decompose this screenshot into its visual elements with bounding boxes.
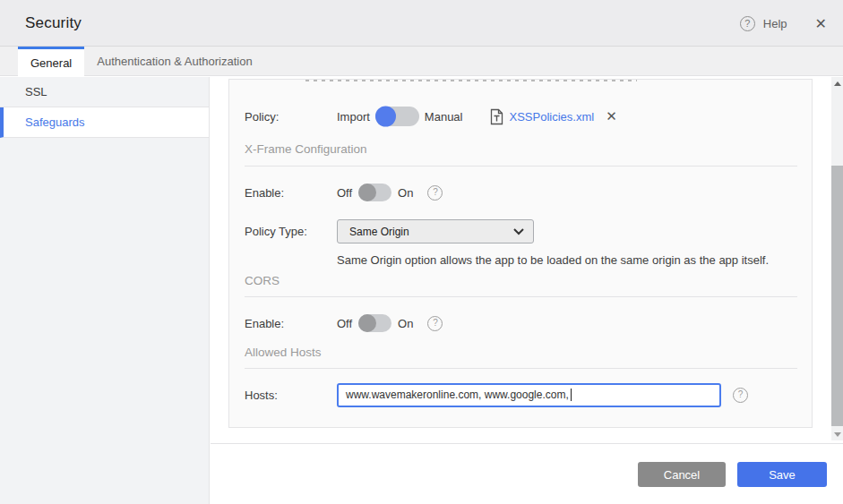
header-actions: ? Help ✕: [740, 0, 827, 47]
policy-type-select[interactable]: Same Origin: [337, 219, 534, 243]
allowed-hosts-section-divider: [245, 368, 797, 369]
xframe-toggle-knob: [358, 184, 376, 201]
cors-help-icon[interactable]: ?: [427, 316, 443, 331]
sidebar-item-safeguards[interactable]: Safeguards: [0, 107, 209, 138]
policy-type-value: Same Origin: [349, 226, 409, 238]
xframe-off-label: Off: [337, 186, 352, 200]
hosts-input[interactable]: www.wavemakeronline.com, www.google.com,: [337, 383, 721, 407]
sidebar: SSL Safeguards: [0, 77, 210, 504]
allowed-hosts-section-title: Allowed Hosts: [245, 346, 322, 359]
cors-enable-label: Enable:: [245, 317, 337, 330]
vertical-scrollbar[interactable]: [831, 77, 843, 440]
policy-manual-label[interactable]: Manual: [425, 110, 463, 124]
main-area: Policy: Import Manual XSSPolicies.xml ✕ …: [211, 77, 843, 504]
xframe-enable-toggle[interactable]: [358, 184, 391, 201]
xframe-enable-row: Enable: Off On ?: [245, 181, 797, 204]
footer-divider: [211, 443, 843, 444]
clipped-scrolled-text: [305, 80, 637, 81]
policy-toggle-knob: [375, 107, 396, 127]
policy-toggle[interactable]: [375, 107, 419, 126]
xframe-section-title: X-Frame Configuration: [245, 142, 367, 156]
safeguards-panel: Policy: Import Manual XSSPolicies.xml ✕ …: [228, 79, 813, 428]
cors-enable-row: Enable: Off On ?: [245, 312, 797, 335]
cors-enable-toggle[interactable]: [358, 314, 391, 332]
hosts-row: Hosts: www.wavemakeronline.com, www.goog…: [245, 382, 797, 407]
hosts-help-icon[interactable]: ?: [733, 388, 748, 403]
cors-off-label: Off: [337, 317, 352, 330]
cors-section-title: CORS: [245, 274, 280, 287]
sidebar-item-ssl[interactable]: SSL: [0, 77, 209, 107]
policy-file: XSSPolicies.xml ✕: [489, 108, 616, 125]
xframe-section-divider: [245, 166, 797, 167]
cors-toggle-knob: [358, 314, 376, 332]
security-dialog: Security ? Help ✕ General Authentication…: [0, 0, 843, 504]
remove-file-icon[interactable]: ✕: [606, 108, 617, 124]
policy-row: Policy: Import Manual XSSPolicies.xml ✕: [245, 105, 797, 128]
dialog-header: Security ? Help ✕: [0, 0, 843, 47]
scroll-down-icon[interactable]: [831, 428, 843, 440]
close-icon[interactable]: ✕: [815, 15, 827, 32]
text-caret: [571, 389, 572, 401]
chevron-down-icon: [513, 228, 524, 235]
policy-label: Policy:: [245, 110, 337, 124]
policy-type-description-row: Same Origin option allows the app to be …: [245, 252, 797, 267]
page-title: Security: [25, 14, 82, 32]
policy-file-link[interactable]: XSSPolicies.xml: [509, 110, 594, 124]
scroll-up-icon[interactable]: [831, 77, 843, 90]
save-button[interactable]: Save: [737, 462, 827, 487]
hosts-label: Hosts:: [245, 389, 337, 402]
tab-bar: General Authentication & Authorization: [0, 47, 843, 76]
help-link[interactable]: Help: [763, 17, 787, 30]
xml-file-icon: [489, 108, 504, 125]
cors-section-divider: [245, 296, 797, 297]
policy-type-label: Policy Type:: [245, 225, 337, 238]
help-icon[interactable]: ?: [740, 16, 755, 31]
cancel-button[interactable]: Cancel: [638, 462, 726, 487]
tab-authentication-authorization[interactable]: Authentication & Authorization: [84, 47, 264, 76]
xframe-help-icon[interactable]: ?: [427, 185, 443, 201]
xframe-on-label: On: [398, 186, 413, 200]
cors-on-label: On: [398, 317, 413, 330]
policy-type-row: Policy Type: Same Origin: [245, 219, 797, 243]
policy-type-description: Same Origin option allows the app to be …: [337, 253, 769, 267]
policy-import-label[interactable]: Import: [337, 110, 370, 124]
hosts-input-value: www.wavemakeronline.com, www.google.com,: [346, 389, 569, 401]
xframe-enable-label: Enable:: [245, 186, 337, 200]
tab-general[interactable]: General: [18, 47, 84, 76]
scrollbar-thumb[interactable]: [831, 166, 843, 426]
